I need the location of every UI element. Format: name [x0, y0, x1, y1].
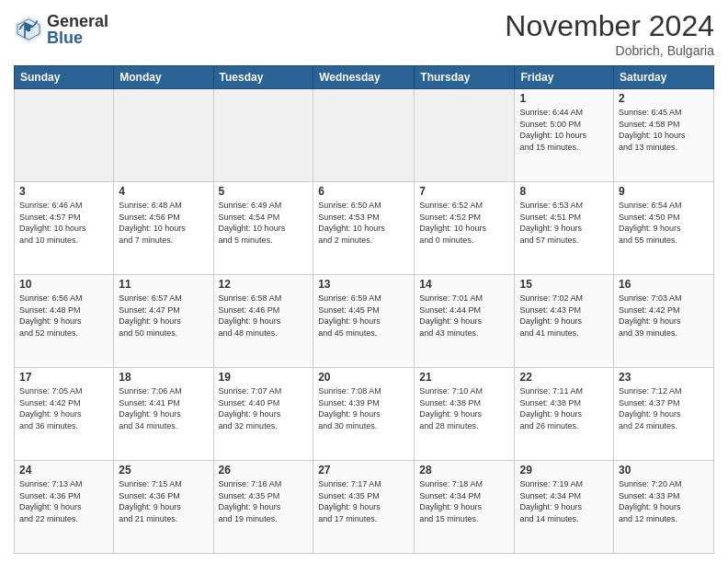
header-friday: Friday [515, 66, 614, 89]
day-number: 21 [419, 371, 509, 384]
day-number: 14 [419, 278, 509, 291]
table-cell: 9Sunrise: 6:54 AM Sunset: 4:50 PM Daylig… [614, 182, 714, 275]
table-cell: 12Sunrise: 6:58 AM Sunset: 4:46 PM Dayli… [213, 275, 313, 368]
header-wednesday: Wednesday [313, 66, 415, 89]
table-cell: 21Sunrise: 7:10 AM Sunset: 4:38 PM Dayli… [415, 368, 515, 461]
day-info: Sunrise: 7:20 AM Sunset: 4:33 PM Dayligh… [619, 478, 709, 524]
day-number: 23 [619, 371, 709, 384]
day-info: Sunrise: 7:13 AM Sunset: 4:36 PM Dayligh… [19, 478, 108, 524]
logo-text: General Blue [47, 13, 108, 46]
table-cell: 18Sunrise: 7:06 AM Sunset: 4:41 PM Dayli… [114, 368, 213, 461]
day-info: Sunrise: 6:46 AM Sunset: 4:57 PM Dayligh… [19, 200, 108, 246]
day-number: 20 [318, 371, 409, 384]
day-info: Sunrise: 7:06 AM Sunset: 4:41 PM Dayligh… [119, 385, 208, 431]
table-cell: 22Sunrise: 7:11 AM Sunset: 4:38 PM Dayli… [515, 368, 614, 461]
table-cell: 16Sunrise: 7:03 AM Sunset: 4:42 PM Dayli… [614, 275, 714, 368]
table-cell [15, 89, 114, 182]
header-sunday: Sunday [15, 66, 114, 89]
table-cell: 19Sunrise: 7:07 AM Sunset: 4:40 PM Dayli… [213, 368, 313, 461]
day-number: 9 [619, 185, 709, 198]
day-number: 29 [519, 464, 609, 477]
table-cell: 13Sunrise: 6:59 AM Sunset: 4:45 PM Dayli… [313, 275, 415, 368]
day-info: Sunrise: 6:44 AM Sunset: 5:00 PM Dayligh… [519, 107, 609, 153]
logo-icon [14, 15, 43, 44]
day-info: Sunrise: 6:52 AM Sunset: 4:52 PM Dayligh… [419, 200, 509, 246]
header-thursday: Thursday [415, 66, 515, 89]
day-info: Sunrise: 7:16 AM Sunset: 4:35 PM Dayligh… [219, 478, 309, 524]
table-cell: 4Sunrise: 6:48 AM Sunset: 4:56 PM Daylig… [114, 182, 213, 275]
day-number: 26 [219, 464, 309, 477]
day-info: Sunrise: 7:11 AM Sunset: 4:38 PM Dayligh… [519, 385, 609, 431]
table-cell: 5Sunrise: 6:49 AM Sunset: 4:54 PM Daylig… [213, 182, 313, 275]
day-info: Sunrise: 6:48 AM Sunset: 4:56 PM Dayligh… [119, 200, 208, 246]
day-info: Sunrise: 7:18 AM Sunset: 4:34 PM Dayligh… [419, 478, 509, 524]
table-cell: 1Sunrise: 6:44 AM Sunset: 5:00 PM Daylig… [515, 89, 614, 182]
logo-general-text: General [47, 13, 108, 29]
day-info: Sunrise: 7:10 AM Sunset: 4:38 PM Dayligh… [419, 385, 509, 431]
table-cell: 14Sunrise: 7:01 AM Sunset: 4:44 PM Dayli… [415, 275, 515, 368]
logo-blue-text: Blue [47, 29, 108, 46]
day-info: Sunrise: 6:54 AM Sunset: 4:50 PM Dayligh… [619, 200, 709, 246]
day-number: 24 [19, 464, 108, 477]
table-cell: 15Sunrise: 7:02 AM Sunset: 4:43 PM Dayli… [515, 275, 614, 368]
table-cell [415, 89, 515, 182]
day-info: Sunrise: 6:53 AM Sunset: 4:51 PM Dayligh… [519, 200, 609, 246]
day-info: Sunrise: 6:56 AM Sunset: 4:48 PM Dayligh… [19, 293, 108, 339]
table-cell: 2Sunrise: 6:45 AM Sunset: 4:58 PM Daylig… [614, 89, 714, 182]
day-number: 10 [19, 278, 108, 291]
header: General Blue November 2024 Dobrich, Bulg… [14, 9, 714, 58]
day-info: Sunrise: 6:59 AM Sunset: 4:45 PM Dayligh… [318, 293, 409, 339]
calendar-page: General Blue November 2024 Dobrich, Bulg… [0, 0, 728, 563]
table-cell: 25Sunrise: 7:15 AM Sunset: 4:36 PM Dayli… [114, 461, 213, 554]
day-number: 22 [519, 371, 609, 384]
day-info: Sunrise: 7:07 AM Sunset: 4:40 PM Dayligh… [219, 385, 309, 431]
day-info: Sunrise: 7:15 AM Sunset: 4:36 PM Dayligh… [119, 478, 208, 524]
title-section: November 2024 Dobrich, Bulgaria [505, 9, 714, 58]
day-number: 25 [119, 464, 208, 477]
table-cell: 20Sunrise: 7:08 AM Sunset: 4:39 PM Dayli… [313, 368, 415, 461]
day-number: 3 [19, 185, 108, 198]
day-number: 8 [519, 185, 609, 198]
table-cell: 11Sunrise: 6:57 AM Sunset: 4:47 PM Dayli… [114, 275, 213, 368]
day-info: Sunrise: 6:57 AM Sunset: 4:47 PM Dayligh… [119, 293, 208, 339]
week-row-4: 24Sunrise: 7:13 AM Sunset: 4:36 PM Dayli… [15, 461, 714, 554]
day-number: 6 [318, 185, 409, 198]
week-row-1: 3Sunrise: 6:46 AM Sunset: 4:57 PM Daylig… [15, 182, 714, 275]
table-cell: 6Sunrise: 6:50 AM Sunset: 4:53 PM Daylig… [313, 182, 415, 275]
day-info: Sunrise: 6:49 AM Sunset: 4:54 PM Dayligh… [219, 200, 309, 246]
table-cell: 29Sunrise: 7:19 AM Sunset: 4:34 PM Dayli… [515, 461, 614, 554]
table-cell [213, 89, 313, 182]
month-title: November 2024 [505, 9, 714, 43]
day-number: 5 [219, 185, 309, 198]
day-info: Sunrise: 7:17 AM Sunset: 4:35 PM Dayligh… [318, 478, 409, 524]
table-cell: 8Sunrise: 6:53 AM Sunset: 4:51 PM Daylig… [515, 182, 614, 275]
day-number: 11 [119, 278, 208, 291]
day-number: 12 [219, 278, 309, 291]
day-number: 30 [619, 464, 709, 477]
table-cell: 10Sunrise: 6:56 AM Sunset: 4:48 PM Dayli… [15, 275, 114, 368]
table-cell: 17Sunrise: 7:05 AM Sunset: 4:42 PM Dayli… [15, 368, 114, 461]
day-number: 28 [419, 464, 509, 477]
day-number: 13 [318, 278, 409, 291]
day-info: Sunrise: 6:45 AM Sunset: 4:58 PM Dayligh… [619, 107, 709, 153]
table-cell: 27Sunrise: 7:17 AM Sunset: 4:35 PM Dayli… [313, 461, 415, 554]
header-monday: Monday [114, 66, 213, 89]
table-cell [313, 89, 415, 182]
day-number: 15 [519, 278, 609, 291]
day-info: Sunrise: 7:01 AM Sunset: 4:44 PM Dayligh… [419, 293, 509, 339]
day-number: 27 [318, 464, 409, 477]
table-cell: 24Sunrise: 7:13 AM Sunset: 4:36 PM Dayli… [15, 461, 114, 554]
weekday-header-row: Sunday Monday Tuesday Wednesday Thursday… [15, 66, 714, 89]
day-number: 4 [119, 185, 208, 198]
day-info: Sunrise: 7:03 AM Sunset: 4:42 PM Dayligh… [619, 293, 709, 339]
table-cell: 30Sunrise: 7:20 AM Sunset: 4:33 PM Dayli… [614, 461, 714, 554]
day-number: 17 [19, 371, 108, 384]
day-info: Sunrise: 6:58 AM Sunset: 4:46 PM Dayligh… [219, 293, 309, 339]
header-tuesday: Tuesday [213, 66, 313, 89]
day-number: 19 [219, 371, 309, 384]
week-row-0: 1Sunrise: 6:44 AM Sunset: 5:00 PM Daylig… [15, 89, 714, 182]
week-row-2: 10Sunrise: 6:56 AM Sunset: 4:48 PM Dayli… [15, 275, 714, 368]
week-row-3: 17Sunrise: 7:05 AM Sunset: 4:42 PM Dayli… [15, 368, 714, 461]
table-cell [114, 89, 213, 182]
table-cell: 26Sunrise: 7:16 AM Sunset: 4:35 PM Dayli… [213, 461, 313, 554]
